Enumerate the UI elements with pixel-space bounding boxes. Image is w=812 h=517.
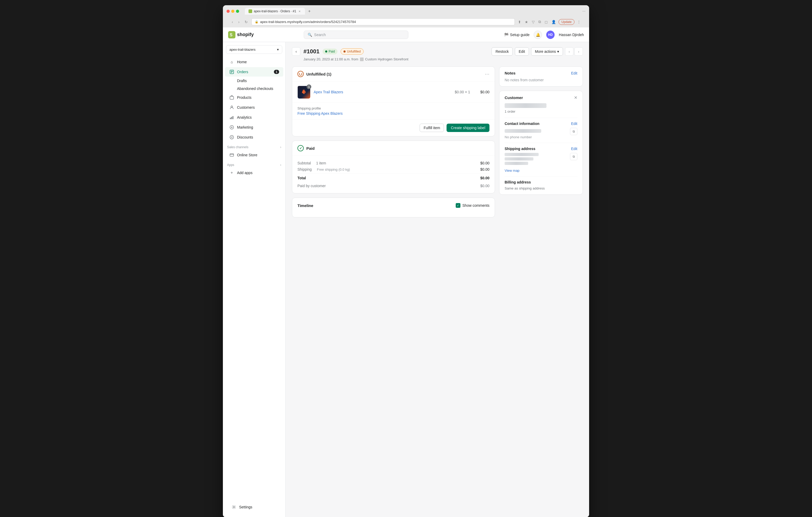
sidebar-item-settings[interactable]: Settings <box>227 503 281 512</box>
analytics-icon <box>229 115 234 120</box>
extension-btn2[interactable]: ⧉ <box>537 19 542 25</box>
sidebar-item-customers[interactable]: Customers <box>225 103 283 112</box>
forward-browser-btn[interactable]: › <box>237 19 241 25</box>
unfulfilled-status-icon <box>297 71 304 77</box>
back-to-orders-btn[interactable]: ‹ <box>292 47 300 56</box>
tab-close-btn[interactable]: ✕ <box>298 9 301 13</box>
prev-order-btn[interactable]: ‹ <box>565 47 573 56</box>
discounts-label: Discounts <box>237 135 253 139</box>
billing-same-text: Same as shipping address <box>504 186 577 190</box>
shipping-desc: Free shipping (0.0 kg) <box>317 168 480 172</box>
notes-title: Notes <box>504 71 516 75</box>
more-actions-btn[interactable]: More actions ▾ <box>531 47 563 56</box>
order-number: #1001 <box>303 48 319 55</box>
customers-icon <box>229 105 234 110</box>
minimize-traffic-light[interactable] <box>231 10 234 13</box>
toolbar-right: ⬆ ★ ▽ ⧉ ◻ 👤 Update ⋮ <box>517 19 582 25</box>
unfulfilled-dot <box>344 51 346 53</box>
notifications-btn[interactable]: 🔔 <box>534 31 542 39</box>
create-shipping-label-btn[interactable]: Create shipping label <box>446 124 489 132</box>
shipping-address-section-header: Shipping address Edit <box>504 147 577 151</box>
fulfill-item-btn[interactable]: Fulfill item <box>419 124 444 132</box>
sidebar-item-orders[interactable]: Orders 1 <box>225 67 283 77</box>
subtotal-row: Subtotal 1 item $0.00 <box>297 160 489 166</box>
shipping-address-edit-btn[interactable]: Edit <box>571 147 577 151</box>
svg-rect-0 <box>249 10 252 12</box>
customer-close-btn[interactable]: ✕ <box>574 95 577 100</box>
address-bar[interactable]: 🔒 apex-trail-blazers.myshopify.com/admin… <box>252 18 515 25</box>
maximize-traffic-light[interactable] <box>236 10 239 13</box>
username-label: Hassan Djirdeh <box>559 33 584 37</box>
sidebar-item-drafts[interactable]: Drafts <box>225 77 283 84</box>
no-phone-text: No phone number <box>504 135 577 139</box>
paid-by-label: Paid by customer <box>297 184 326 188</box>
paid-header: ✓ Paid <box>292 141 495 156</box>
app-layout: apex-trail-blazers ▾ ⌂ Home <box>223 42 589 517</box>
show-comments-checkbox[interactable]: ✓ <box>456 203 460 208</box>
order-nav-arrows: ‹ › <box>565 47 583 56</box>
store-selector[interactable]: apex-trail-blazers ▾ <box>226 45 282 54</box>
copy-email-btn[interactable]: ⧉ <box>570 128 577 135</box>
sidebar-item-home[interactable]: ⌂ Home <box>225 57 283 67</box>
shipping-profile-link[interactable]: Free Shipping Apex Blazers <box>297 111 343 116</box>
store-name-meta: Custom Hydrogen Storefront <box>365 57 408 61</box>
sales-channels-label: Sales channels <box>227 145 248 149</box>
edit-btn[interactable]: Edit <box>515 47 529 56</box>
url-text: apex-trail-blazers.myshopify.com/admin/o… <box>260 20 356 24</box>
customer-card: Customer ✕ 1 order Contact information E… <box>499 91 583 195</box>
share-btn[interactable]: ⬆ <box>517 19 522 25</box>
setup-guide-btn[interactable]: 🏁 Setup guide <box>504 33 530 37</box>
settings-icon <box>231 505 236 510</box>
apps-label: Apps <box>227 163 234 167</box>
svg-rect-7 <box>230 96 234 99</box>
sidebar-item-online-store[interactable]: Online Store <box>225 150 283 160</box>
close-traffic-light[interactable] <box>227 10 230 13</box>
copy-icon: ⧉ <box>573 130 575 133</box>
sidebar-item-discounts[interactable]: Discounts <box>225 132 283 142</box>
sidebar-item-analytics[interactable]: Analytics <box>225 113 283 122</box>
show-comments-toggle[interactable]: ✓ Show comments <box>456 203 489 208</box>
add-apps-label: Add apps <box>237 171 253 175</box>
browser-toolbar: ‹ › ↻ 🔒 apex-trail-blazers.myshopify.com… <box>227 17 585 27</box>
sidebar-item-marketing[interactable]: Marketing <box>225 123 283 132</box>
address-line1-blur <box>504 153 539 156</box>
next-order-btn[interactable]: › <box>575 47 583 56</box>
sidebar-item-products[interactable]: Products <box>225 93 283 102</box>
sidebar-item-add-apps[interactable]: + Add apps <box>225 168 283 178</box>
product-name-link[interactable]: Apex Trail Blazers <box>314 90 343 94</box>
products-label: Products <box>237 95 252 99</box>
contact-edit-btn[interactable]: Edit <box>571 122 577 126</box>
more-browser-btn[interactable]: ⋮ <box>576 19 582 25</box>
abandoned-label: Abandoned checkouts <box>237 87 273 91</box>
search-bar[interactable]: 🔍 Search <box>304 31 408 39</box>
copy-address-btn[interactable]: ⧉ <box>570 153 577 160</box>
setup-guide-label: Setup guide <box>510 33 530 37</box>
contact-section-header: Contact information Edit <box>504 122 577 126</box>
order-meta: January 20, 2023 at 11:00 a.m. from Cust… <box>303 57 583 61</box>
shipping-address-row: ⧉ <box>504 153 577 166</box>
logo-text: shopify <box>237 32 254 37</box>
active-tab[interactable]: apex-trail-blazers · Orders · #1 ✕ <box>245 8 305 14</box>
notes-edit-btn[interactable]: Edit <box>571 71 577 75</box>
profile-btn[interactable]: 👤 <box>550 19 557 25</box>
bookmark-btn[interactable]: ★ <box>524 19 529 25</box>
header-actions: Restock Edit More actions ▾ ‹ › <box>492 47 583 56</box>
analytics-label: Analytics <box>237 115 252 119</box>
back-browser-btn[interactable]: ‹ <box>230 19 235 25</box>
restock-btn[interactable]: Restock <box>492 47 513 56</box>
view-map-link[interactable]: View map <box>504 169 520 173</box>
extension-btn1[interactable]: ▽ <box>531 19 536 25</box>
timeline-card: Timeline ✓ Show comments <box>292 197 495 217</box>
sidebar-item-abandoned-checkouts[interactable]: Abandoned checkouts <box>225 85 283 92</box>
fulfillment-status-label: Unfulfilled <box>347 50 361 53</box>
new-tab-btn[interactable]: + <box>306 8 313 14</box>
unfulfilled-more-btn[interactable]: ⋯ <box>485 71 489 77</box>
customer-name-blurred <box>504 103 547 108</box>
update-browser-btn[interactable]: Update <box>558 19 575 25</box>
marketing-label: Marketing <box>237 125 253 129</box>
refresh-btn[interactable]: ↻ <box>243 19 249 25</box>
sidebar-orders-label: Orders <box>237 70 248 74</box>
extension-btn3[interactable]: ◻ <box>544 19 549 25</box>
main-content: ‹ #1001 Paid Unfulfilled Restock Edit <box>286 42 589 517</box>
fulfill-actions: Fulfill item Create shipping label <box>292 119 495 136</box>
